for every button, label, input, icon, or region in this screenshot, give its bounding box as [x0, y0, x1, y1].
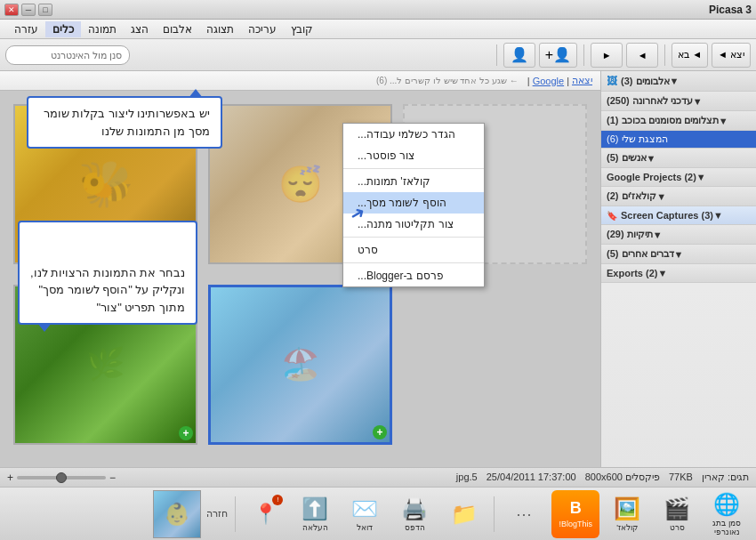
sidebar-label-screen-captures: Screen Captures (3) — [621, 210, 713, 221]
menu-edit[interactable]: עריכה — [241, 21, 284, 37]
sidebar-header-collage[interactable]: ▼ קולאז'ים (2) — [601, 187, 756, 206]
toolbar-separator-3 — [496, 44, 497, 66]
zoom-slider[interactable] — [17, 476, 106, 480]
menu-sep-1 — [343, 168, 484, 169]
bottom-btn-email[interactable]: ✉️ דואל — [342, 490, 387, 538]
breadcrumb-separator-1: | — [567, 76, 569, 86]
nav-back[interactable]: ◄ — [626, 43, 658, 68]
menu-display[interactable]: הצג — [124, 21, 156, 37]
sidebar-header-recent[interactable]: ▼ עדכני לאחרונה (250) — [601, 92, 756, 110]
menu-collage[interactable]: קולאז' תמונות... — [343, 171, 484, 192]
location-pin-icon: 📍 — [253, 503, 277, 526]
bottom-btn-blogger-label: BlogThis! — [559, 520, 592, 528]
photo-item-5[interactable]: 🏖️ + — [208, 285, 392, 445]
sidebar-section-other: ▼ דברים אחרים (5) — [601, 245, 756, 264]
menu-blogger[interactable]: פרסם ב-Blogger... — [343, 265, 484, 286]
more-dots-icon: ⋯ — [516, 504, 532, 524]
dropdown-menu: הגדר כשלמי עבודה... צור פוסטר... קולאז' … — [342, 123, 485, 287]
toolbar-separator-1 — [664, 44, 665, 66]
person-button[interactable]: 👤 — [503, 43, 535, 68]
sidebar-label-recent: עדכני לאחרונה (250) — [607, 95, 693, 107]
bottom-btn-folder[interactable]: 📁 — [442, 490, 487, 538]
sidebar-arrow-recent: ▼ — [693, 96, 703, 107]
bottom-btn-collage[interactable]: 🖼️ קולאז' — [605, 490, 649, 538]
bottom-btn-upload[interactable]: ⬆️ העלאה — [293, 490, 337, 538]
zoom-minus-icon[interactable]: − — [109, 471, 116, 484]
menu-file[interactable]: קובץ — [284, 21, 320, 37]
menu-tools[interactable]: כלים — [45, 21, 81, 37]
sidebar-arrow-albums: ▼ — [670, 76, 680, 86]
bottom-btn-email-label: דואל — [357, 523, 373, 532]
app-title: Picasa 3 — [709, 4, 752, 16]
zoom-slider-thumb[interactable] — [56, 472, 67, 483]
bottom-separator-2 — [235, 496, 236, 532]
sidebar-label-people: אנשים (5) — [607, 152, 647, 164]
photo-bee-icon: 🐝 — [78, 158, 133, 210]
maximize-button[interactable]: □ — [38, 4, 52, 16]
search-input[interactable] — [5, 45, 130, 65]
photo-beach-bg: 🏖️ — [211, 287, 390, 442]
window-controls[interactable]: ✕ ─ □ — [4, 4, 52, 16]
menu-movie[interactable]: סרט — [343, 239, 484, 261]
main-area: יצאה | Google | ← שגע כל אחד שיש לו קשרי… — [0, 71, 756, 467]
sidebar-section-albums: ▼ אלבומים (3) 🖼 — [601, 71, 756, 92]
bottom-btn-more[interactable]: ⋯ — [502, 490, 546, 538]
content-area: יצאה | Google | ← שגע כל אחד שיש לו קשרי… — [0, 71, 600, 467]
sidebar-section-screen-captures: ▼ Screen Captures (3) 🔖 — [601, 206, 756, 225]
zoom-plus-icon[interactable]: + — [7, 471, 13, 484]
export-button[interactable]: יצא ◄ — [712, 43, 751, 68]
bottom-btn-movie[interactable]: 🎬 סרט — [655, 490, 699, 538]
sidebar-header-google[interactable]: ▼ Google Projects (2) — [601, 168, 756, 186]
statusbar-right: − + — [7, 471, 116, 484]
status-dimensions: פיקסלים 800x600 — [585, 471, 660, 483]
status-size: 77KB — [669, 471, 693, 483]
sidebar-section-starred: ▼ תצלומים מסומנים בכוכב (1) — [601, 111, 756, 131]
bottom-btn-globe[interactable]: 🌐 סמן בתגנאונרפי — [704, 490, 749, 538]
sidebar-section-recent: ▼ עדכני לאחרונה (250) — [601, 92, 756, 111]
menu-image[interactable]: תמונה — [81, 21, 124, 37]
sidebar-header-starred[interactable]: ▼ תצלומים מסומנים בכוכב (1) — [601, 111, 756, 130]
sidebar-section-favorites: ▼ תיקיות (29) — [601, 225, 756, 245]
sidebar-header-screen-captures[interactable]: ▼ Screen Captures (3) 🔖 — [601, 206, 756, 224]
sidebar-arrow-people: ▼ — [647, 153, 656, 164]
breadcrumb-link-google[interactable]: Google — [533, 76, 564, 86]
print-icon: 🖨️ — [401, 496, 428, 521]
globe-icon: 🌐 — [713, 492, 740, 517]
sidebar-header-other[interactable]: ▼ דברים אחרים (5) — [601, 245, 756, 263]
bottom-btn-upload-label: העלאה — [302, 523, 328, 532]
callout-bottom-arrow — [37, 323, 52, 332]
movie-icon: 🎬 — [664, 496, 690, 521]
sidebar-arrow-favorites: ▼ — [653, 230, 663, 240]
import-button[interactable]: ◄ בא — [672, 43, 708, 68]
add-person-button[interactable]: 👤+ — [539, 43, 577, 68]
menubar: קובץ עריכה תצוגה אלבום הצג תמונה כלים עז… — [0, 20, 756, 39]
menu-view[interactable]: תצוגה — [199, 21, 241, 37]
bottom-btn-movie-label: סרט — [670, 523, 685, 532]
sidebar-label-starred: תצלומים מסומנים בכוכב (1) — [607, 115, 719, 126]
sidebar: ▼ אלבומים (3) 🖼 ▼ עדכני לאחרונה (250) ▼ … — [600, 71, 756, 467]
sidebar-header-albums[interactable]: ▼ אלבומים (3) 🖼 — [601, 71, 756, 91]
sidebar-header-exports[interactable]: ▼ Exports (2) — [601, 264, 756, 282]
menu-create-poster[interactable]: צור פוסטר... — [343, 145, 484, 166]
photo-add-icon-5[interactable]: + — [373, 425, 387, 439]
bottom-separator-1 — [494, 496, 495, 532]
sidebar-item-mine[interactable]: המצגת שלי (6) — [601, 131, 756, 148]
bottom-btn-print[interactable]: 🖨️ הדפס — [392, 490, 437, 538]
menu-help[interactable]: עזרה — [7, 21, 45, 37]
menu-set-screensaver[interactable]: הגדר כשלמי עבודה... — [343, 124, 484, 145]
nav-forward[interactable]: ► — [591, 43, 623, 68]
folder-icon: 📁 — [451, 502, 478, 527]
sidebar-header-people[interactable]: ▼ אנשים (5) — [601, 149, 756, 167]
menu-album[interactable]: אלבום — [156, 21, 199, 37]
sidebar-header-favorites[interactable]: ▼ תיקיות (29) — [601, 225, 756, 244]
bottom-btn-blogger[interactable]: B BlogThis! — [551, 490, 599, 538]
photo-beach-icon: 🏖️ — [281, 346, 320, 383]
close-button[interactable]: ✕ — [4, 4, 19, 16]
photo-add-icon-4[interactable]: + — [179, 426, 193, 440]
collage-icon: 🖼️ — [614, 496, 640, 521]
minimize-button[interactable]: ─ — [21, 4, 36, 16]
breadcrumb-link-home[interactable]: יצאה — [572, 75, 592, 86]
address-bar: יצאה | Google | ← שגע כל אחד שיש לו קשרי… — [0, 71, 600, 91]
bottom-btn-location[interactable]: 📍 ! — [243, 490, 287, 538]
thumbnail-preview: 👶 — [153, 490, 201, 538]
